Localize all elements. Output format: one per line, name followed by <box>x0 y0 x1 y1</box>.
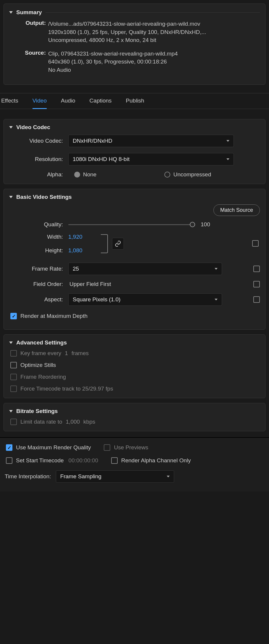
chevron-down-icon <box>215 268 218 270</box>
resolution-select[interactable]: 1080i DNxHD HQ 8-bit <box>68 153 234 165</box>
use-previews-label: Use Previews <box>114 444 148 451</box>
fieldorder-label: Field Order: <box>9 281 68 287</box>
height-input[interactable]: 1,080 <box>68 247 82 254</box>
tab-effects[interactable]: Effects <box>1 97 18 109</box>
radio-circle-icon <box>164 172 170 178</box>
advanced-settings-title: Advanced Settings <box>16 339 67 346</box>
keyframe-checkbox[interactable] <box>10 350 17 357</box>
render-max-depth-checkbox[interactable] <box>10 313 17 319</box>
use-max-quality-label: Use Maximum Render Quality <box>16 444 91 451</box>
time-interp-select[interactable]: Frame Sampling <box>56 470 174 483</box>
quality-value: 100 <box>201 221 210 228</box>
chevron-down-icon <box>167 476 170 477</box>
height-label: Height: <box>9 247 68 254</box>
bitrate-settings-header[interactable]: Bitrate Settings <box>9 408 260 414</box>
basic-settings-title: Basic Video Settings <box>16 194 72 200</box>
tab-audio[interactable]: Audio <box>61 97 75 109</box>
link-icon <box>115 240 121 247</box>
start-tc-value[interactable]: 00:00:00:00 <box>69 457 98 464</box>
radio-dot-icon <box>74 172 80 178</box>
video-codec-select[interactable]: DNxHR/DNxHD <box>68 135 234 147</box>
render-alpha-only-checkbox[interactable] <box>111 457 118 464</box>
optimize-stills-checkbox[interactable] <box>10 362 17 368</box>
resolution-label: Resolution: <box>9 156 68 162</box>
limit-bitrate-checkbox[interactable] <box>10 419 17 425</box>
link-bracket-icon <box>101 234 108 253</box>
optimize-stills-label: Optimize Stills <box>20 362 56 368</box>
video-codec-header[interactable]: Video Codec <box>9 124 260 131</box>
limit-bitrate-label: Limit data rate to <box>20 419 62 425</box>
force-timecode-label: Force Timecode track to 25/29.97 fps <box>20 386 113 392</box>
render-max-depth-label: Render at Maximum Depth <box>20 313 87 319</box>
render-alpha-only-label: Render Alpha Channel Only <box>121 457 191 464</box>
framerate-match-checkbox[interactable] <box>253 266 260 272</box>
chevron-down-icon <box>226 140 229 142</box>
framerate-label: Frame Rate: <box>9 266 68 272</box>
chevron-down-icon <box>9 11 13 14</box>
alpha-label: Alpha: <box>9 171 68 178</box>
width-label: Width: <box>9 234 68 240</box>
alpha-none-radio[interactable]: None <box>74 171 96 178</box>
chevron-down-icon <box>226 158 229 160</box>
summary-title: Summary <box>16 9 42 16</box>
use-previews-checkbox[interactable] <box>104 444 110 451</box>
tab-video[interactable]: Video <box>33 97 47 109</box>
tab-captions[interactable]: Captions <box>90 97 112 109</box>
keyframe-label-post: frames <box>72 350 89 357</box>
advanced-settings-header[interactable]: Advanced Settings <box>9 339 260 346</box>
aspect-label: Aspect: <box>9 296 68 303</box>
keyframe-value[interactable]: 1 <box>65 350 68 357</box>
quality-slider[interactable] <box>68 224 192 225</box>
summary-output-label: Output: <box>21 20 46 44</box>
summary-header[interactable]: Summary <box>9 9 260 16</box>
time-interp-label: Time Interpolation: <box>5 473 51 480</box>
chevron-down-icon <box>9 126 13 129</box>
limit-bitrate-unit: kbps <box>83 419 95 425</box>
video-codec-title: Video Codec <box>16 124 50 131</box>
aspect-match-checkbox[interactable] <box>253 296 260 303</box>
video-codec-label: Video Codec: <box>9 138 68 144</box>
framerate-select[interactable]: 25 <box>68 263 222 275</box>
basic-settings-header[interactable]: Basic Video Settings <box>9 194 260 200</box>
summary-output-text: /Volume...ads/079643231-slow-aerial-reve… <box>48 20 206 44</box>
summary-source-label: Source: <box>21 50 46 74</box>
wh-match-checkbox[interactable] <box>252 240 259 247</box>
quality-label: Quality: <box>9 221 68 228</box>
frame-reorder-checkbox[interactable] <box>10 374 17 380</box>
summary-source-text: Clip, 079643231-slow-aerial-revealing-pa… <box>48 50 178 74</box>
alpha-uncompressed-radio[interactable]: Uncompressed <box>164 171 211 178</box>
force-timecode-checkbox[interactable] <box>10 386 17 392</box>
bitrate-settings-title: Bitrate Settings <box>16 408 58 414</box>
aspect-select[interactable]: Square Pixels (1.0) <box>68 293 222 306</box>
tab-publish[interactable]: Publish <box>126 97 144 109</box>
slider-thumb-icon[interactable] <box>190 222 195 227</box>
limit-bitrate-value[interactable]: 1,000 <box>66 419 80 425</box>
keyframe-label-pre: Key frame every <box>20 350 61 357</box>
fieldorder-match-checkbox[interactable] <box>253 281 260 287</box>
set-start-tc-label: Set Start Timecode <box>16 457 64 464</box>
chevron-down-icon <box>9 341 13 344</box>
chevron-down-icon <box>215 299 218 300</box>
chevron-down-icon <box>9 410 13 412</box>
fieldorder-value: Upper Field First <box>69 281 111 287</box>
width-input[interactable]: 1,920 <box>68 234 82 240</box>
match-source-button[interactable]: Match Source <box>213 204 260 216</box>
set-start-tc-checkbox[interactable] <box>6 457 12 464</box>
use-max-quality-checkbox[interactable] <box>6 444 12 451</box>
chevron-down-icon <box>9 196 13 198</box>
link-dimensions-button[interactable] <box>112 238 124 250</box>
frame-reorder-label: Frame Reordering <box>20 374 66 380</box>
